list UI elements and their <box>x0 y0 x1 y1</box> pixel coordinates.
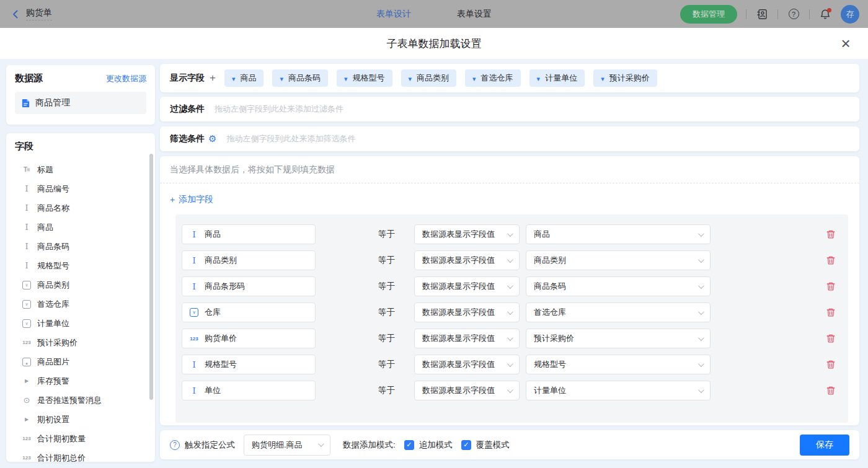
source-value-text: 数据源表显示字段值 <box>422 281 495 292</box>
field-item[interactable]: 商品条码 <box>15 237 155 256</box>
source-field-select[interactable]: 商品 <box>526 224 711 244</box>
field-item[interactable]: 计量单位 <box>15 314 155 333</box>
tab-form-design[interactable]: 表单设计 <box>376 9 411 20</box>
save-button[interactable]: 保存 <box>800 435 849 456</box>
rule-row: 仓库 等于 数据源表显示字段值 首选仓库 <box>182 299 848 325</box>
source-value-select[interactable]: 数据源表显示字段值 <box>414 329 520 348</box>
source-field-select[interactable]: 首选仓库 <box>526 302 711 322</box>
display-field-tag[interactable]: 首选仓库 <box>465 69 521 87</box>
scrollbar-thumb[interactable] <box>149 154 153 400</box>
delete-icon[interactable] <box>826 255 836 265</box>
topbar: 购货单 表单设计 表单设置 数据管理 ? <box>0 0 868 28</box>
text-icon <box>188 386 200 395</box>
field-item[interactable]: 是否推送预警消息 <box>15 391 155 410</box>
checkbox[interactable] <box>461 440 471 450</box>
source-value-select[interactable]: 数据源表显示字段值 <box>414 355 520 374</box>
field-item[interactable]: 商品图片 <box>15 352 155 371</box>
group-icon <box>21 377 32 386</box>
field-item-label: 商品 <box>37 222 53 233</box>
field-item[interactable]: 预计采购价 <box>15 333 155 352</box>
display-field-tag[interactable]: 预计采购价 <box>593 69 657 87</box>
filter-condition-card[interactable]: 过滤条件 拖动左侧字段到此处来添加过滤条件 <box>160 97 859 121</box>
add-field-button[interactable]: + 添加字段 <box>170 193 213 206</box>
source-value-select[interactable]: 数据源表显示字段值 <box>414 276 520 296</box>
select-icon <box>21 281 32 289</box>
field-item[interactable]: 库存预警 <box>15 371 155 391</box>
field-item[interactable]: 合计期初数量 <box>15 429 155 448</box>
display-field-tag[interactable]: 商品 <box>224 69 264 87</box>
radio-icon <box>21 396 32 405</box>
field-item[interactable]: 商品编号 <box>15 179 155 198</box>
rule-target-field[interactable]: 单位 <box>182 381 316 400</box>
source-value-select[interactable]: 数据源表显示字段值 <box>414 224 520 244</box>
source-field-text: 商品 <box>534 229 550 240</box>
display-field-tag[interactable]: 商品类别 <box>401 69 457 87</box>
rule-target-field[interactable]: 仓库 <box>182 302 316 322</box>
source-field-select[interactable]: 规格型号 <box>526 355 711 374</box>
data-manage-button[interactable]: 数据管理 <box>680 5 737 24</box>
avatar[interactable]: 存 <box>841 5 859 24</box>
tab-form-settings[interactable]: 表单设置 <box>457 9 492 20</box>
display-field-tag[interactable]: 计量单位 <box>529 69 585 87</box>
checkbox[interactable] <box>404 440 414 450</box>
sift-condition-label: 筛选条件 <box>170 133 205 144</box>
rule-field-label: 商品 <box>205 229 221 240</box>
rule-target-field[interactable]: 商品条形码 <box>182 276 316 296</box>
source-value-select[interactable]: 数据源表显示字段值 <box>414 302 520 322</box>
field-item[interactable]: 商品 <box>15 218 155 237</box>
close-icon[interactable] <box>838 36 853 51</box>
address-book-icon[interactable] <box>755 7 769 21</box>
mode-option[interactable]: 覆盖模式 <box>461 439 510 451</box>
source-field-select[interactable]: 商品类别 <box>526 250 711 270</box>
display-field-tag[interactable]: 规格型号 <box>337 69 392 87</box>
rule-target-field[interactable]: 商品类别 <box>182 250 316 270</box>
field-item[interactable]: 合计期初总价 <box>15 448 155 462</box>
display-field-tag[interactable]: 商品条码 <box>272 69 328 87</box>
plus-icon: + <box>170 195 175 205</box>
source-value-select[interactable]: 数据源表显示字段值 <box>414 250 520 270</box>
text-icon <box>188 256 200 265</box>
delete-icon[interactable] <box>826 281 836 291</box>
field-item[interactable]: 首选仓库 <box>15 294 155 314</box>
delete-icon[interactable] <box>826 333 836 343</box>
change-datasource-link[interactable]: 更改数据源 <box>106 73 146 84</box>
delete-icon[interactable] <box>826 229 836 239</box>
title-icon <box>21 166 32 174</box>
number-icon <box>21 435 32 443</box>
rule-target-field[interactable]: 规格型号 <box>182 355 316 374</box>
chevron-down-icon <box>507 257 513 263</box>
field-item-label: 商品图片 <box>37 356 69 368</box>
field-item[interactable]: 规格型号 <box>15 256 155 275</box>
display-field-tag-label: 预计采购价 <box>609 73 650 84</box>
help-icon[interactable]: ? <box>170 440 180 450</box>
rule-target-field[interactable]: 商品 <box>182 224 316 244</box>
rules-list: 商品 等于 数据源表显示字段值 商品 <box>175 214 848 423</box>
trigger-formula-select[interactable]: 购货明细.商品 <box>244 435 330 456</box>
help-icon[interactable]: ? <box>787 7 800 21</box>
source-field-select[interactable]: 预计采购价 <box>526 329 711 348</box>
fields-title: 字段 <box>15 141 33 151</box>
field-item[interactable]: 标题 <box>15 160 155 179</box>
gear-icon[interactable] <box>205 133 216 144</box>
form-name-label[interactable]: 购货单 <box>26 7 52 20</box>
source-value-select[interactable]: 数据源表显示字段值 <box>414 381 520 400</box>
field-item[interactable]: 商品名称 <box>15 198 155 218</box>
field-item[interactable]: 期初设置 <box>15 410 155 429</box>
field-item[interactable]: 商品类别 <box>15 275 155 294</box>
source-field-select[interactable]: 计量单位 <box>526 381 711 400</box>
rule-target-field[interactable]: 购货单价 <box>182 329 316 348</box>
notification-bell-icon[interactable] <box>818 7 832 21</box>
add-display-field-button[interactable]: + <box>210 72 216 84</box>
text-icon <box>21 204 32 213</box>
mode-option[interactable]: 追加模式 <box>404 439 453 451</box>
back-button[interactable] <box>10 9 21 20</box>
delete-icon[interactable] <box>826 386 836 395</box>
datasource-item[interactable]: 商品管理 <box>15 92 146 114</box>
sift-condition-card[interactable]: 筛选条件 拖动左侧字段到此处来添加筛选条件 <box>160 126 859 151</box>
text-icon <box>188 230 200 239</box>
field-item-label: 标题 <box>37 164 53 175</box>
delete-icon[interactable] <box>826 307 836 317</box>
source-value-text: 数据源表显示字段值 <box>422 333 495 344</box>
delete-icon[interactable] <box>826 360 836 369</box>
source-field-select[interactable]: 商品条码 <box>526 276 711 296</box>
